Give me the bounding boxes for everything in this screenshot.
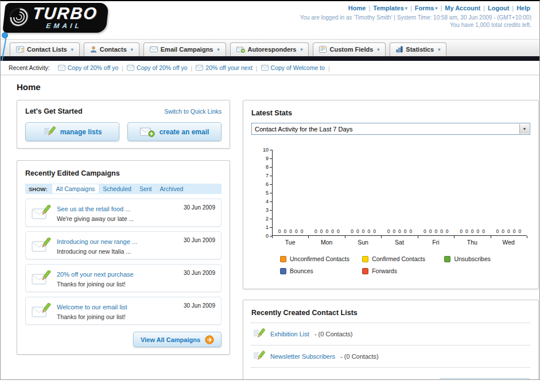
bar-value-label: 0 [410,228,413,234]
x-axis-label: Thu [454,236,490,246]
campaign-title-link[interactable]: Introducing our new range ... [57,238,137,245]
latest-stats-title: Latest Stats [251,109,292,117]
filter-sent[interactable]: Sent [135,184,156,193]
autoresponders-icon [236,46,245,53]
filter-scheduled[interactable]: Scheduled [99,184,135,193]
switch-quick-links-link[interactable]: Switch to Quick Links [164,108,222,115]
bar-value-label: 0 [465,228,468,234]
nav-link-home[interactable]: Home [348,5,366,11]
campaign-subtitle: Thanks for joining our list! [57,313,175,320]
legend-swatch [362,268,368,274]
turbo-swirl-icon [7,7,30,28]
envelope-icon [127,65,134,71]
see-all-contact-lists-button[interactable]: See All Contact Lists [439,378,530,380]
contact-lists-icon [16,46,24,53]
turbo-email-logo[interactable]: TURBO EMAIL [2,3,109,33]
y-axis-tick-label: 6 [266,181,269,187]
activity-label: Copy of Welcome to [271,64,325,71]
legend-item-unconfirmed-contacts: Unconfirmed Contacts [280,255,362,262]
recent-activity-link[interactable]: Copy of 20% off yo [127,64,188,71]
contact-list-item[interactable]: Newsletter Subscribers - (0 Contacts) [251,346,530,368]
nav-link-help[interactable]: Help [516,5,530,11]
latest-stats-panel: Latest Stats Contact Activity for the La… [243,100,539,289]
nav-link-forms[interactable]: Forms▾ [415,5,438,11]
recent-activity-link[interactable]: 20% off your next [196,64,252,71]
bar-value-label: 0 [482,228,485,234]
nav-separator: | [512,5,514,11]
view-all-campaigns-button[interactable]: View All Campaigns [133,332,222,347]
create-email-label: create an email [160,128,209,136]
contact-list-link[interactable]: Exhibition List [270,331,309,337]
legend-item-unsubscribes: Unsubscribes [444,255,526,262]
bar-value-label: 0 [460,228,463,234]
legend-label: Bounces [290,267,313,274]
contact-list-link[interactable]: Newsletter Subscribers [270,353,335,360]
tab-label: Email Campaigns [161,46,213,53]
bar-group: 00000 [273,228,309,234]
campaign-filter-bar: SHOW: All CampaignsScheduledSentArchived [25,184,222,194]
bar-value-label: 0 [351,228,353,234]
nav-link-logout[interactable]: Logout [488,5,509,11]
header-right: Home|Templates▾|Forms▾|My Account|Logout… [300,5,531,28]
recent-activity-link[interactable]: Copy of Welcome to [261,64,325,71]
envelope-pencil-icon [32,205,51,221]
dropdown-arrow-icon: ▼ [519,124,529,134]
tab-statistics[interactable]: Statistics▾ [390,42,446,56]
campaign-title-link[interactable]: Welcome to our email list [57,304,127,311]
create-email-button[interactable]: create an email [127,122,222,141]
bar-value-label: 0 [356,228,359,234]
campaign-date: 30 Jun 2009 [184,237,215,243]
tab-label: Contacts [100,46,127,53]
bar-value-label: 0 [429,228,432,234]
filter-all-campaigns[interactable]: All Campaigns [52,184,99,193]
x-axis-label: Tue [272,236,308,246]
nav-link-templates[interactable]: Templates▾ [373,5,407,11]
manage-lists-button[interactable]: manage lists [25,122,119,141]
recent-campaigns-title: Recently Edited Campaigns [25,169,120,177]
pencil-list-icon [252,351,265,362]
x-axis-label: Fri [418,236,454,246]
campaign-list-item[interactable]: Introducing our new range ...Introducing… [25,231,222,259]
y-axis-tick-label: 1 [266,224,269,230]
campaign-title-link[interactable]: See us at the retail food ... [57,205,130,212]
recent-activity-items: Copy of 20% off yo|Copy of 20% off yo|20… [56,64,331,72]
x-axis-label: Sat [381,236,417,246]
bar-value-label: 0 [513,228,516,234]
x-axis-label: Wed [491,236,527,246]
bar-value-label: 0 [507,228,510,234]
tab-label: Custom Fields [329,46,373,53]
bar-group: 00000 [382,228,418,234]
filter-archived[interactable]: Archived [156,184,187,193]
caret-down-icon: ▾ [300,47,302,52]
campaign-list-item[interactable]: See us at the retail food ...We're givin… [25,199,222,227]
chart-x-axis: TueMonSunSatFriThuWed [272,236,527,246]
separator: | [122,65,123,72]
x-axis-tickmark [527,236,527,238]
legend-swatch [362,256,368,262]
tab-contact-lists[interactable]: Contact Lists▾ [10,42,80,56]
bar-value-label: 0 [362,228,365,234]
bar-group: 00000 [309,228,345,234]
tab-autoresponders[interactable]: Autoresponders▾ [230,42,309,56]
stats-period-value: Contact Activity for the Last 7 Days [255,126,353,133]
envelope-pencil-icon [32,303,51,319]
contact-list-item[interactable]: Exhibition List - (0 Contacts) [251,323,530,346]
nav-link-my-account[interactable]: My Account [445,5,480,11]
recent-activity-link[interactable]: Copy of 20% off yo [58,64,119,71]
x-axis-tickmark [381,236,382,238]
campaign-list-item[interactable]: Welcome to our email listThanks for join… [25,297,222,325]
campaign-list-item[interactable]: 20% off your next purchaseThanks for joi… [25,264,222,292]
envelope-plus-icon [140,127,155,137]
campaign-title-link[interactable]: 20% off your next purchase [57,271,134,278]
x-axis-label: Mon [308,236,344,246]
tab-contacts[interactable]: Contacts▾ [84,42,139,56]
y-axis-tick-label: 5 [266,190,269,196]
bar-value-label: 0 [387,228,390,234]
bar-value-label: 0 [326,228,329,234]
tab-custom-fields[interactable]: Custom Fields▾ [313,42,386,56]
tab-email-campaigns[interactable]: Email Campaigns▾ [143,42,226,56]
campaign-subtitle: Introducing our new Italia ... [57,248,175,255]
caret-down-icon: ▾ [435,6,437,11]
contact-list-count: - (0 Contacts) [340,353,379,360]
stats-period-select[interactable]: Contact Activity for the Last 7 Days ▼ [251,123,530,135]
